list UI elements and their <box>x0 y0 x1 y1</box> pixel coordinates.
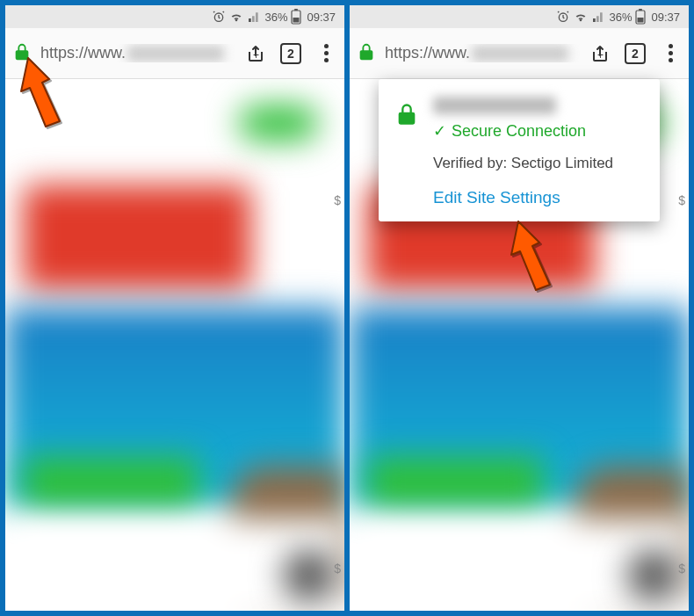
battery-icon <box>635 9 646 25</box>
battery-percent: 36% <box>264 11 287 24</box>
battery-percent: 36% <box>609 11 632 24</box>
url-bar[interactable]: https://www. + 2 <box>350 28 689 79</box>
signal-icon <box>591 10 605 24</box>
status-bar: 36% 09:37 <box>350 5 689 28</box>
toolbar-actions: + 2 <box>589 42 682 65</box>
lock-icon[interactable] <box>357 41 376 66</box>
alarm-icon <box>556 10 570 24</box>
svg-rect-7 <box>639 9 642 11</box>
url-redacted <box>127 46 224 62</box>
decorative-dollar: $ <box>334 193 341 207</box>
alarm-icon <box>212 10 226 24</box>
clock: 09:37 <box>651 11 680 24</box>
check-icon: ✓ <box>433 121 446 141</box>
svg-rect-8 <box>638 18 644 23</box>
comparison-container: 36% 09:37 https://www. + 2 <box>5 5 689 611</box>
secure-connection-line: ✓ Secure Connection <box>433 121 586 141</box>
signal-icon <box>247 10 261 24</box>
more-icon[interactable] <box>659 42 682 65</box>
tabs-icon[interactable]: 2 <box>624 42 647 65</box>
status-icons: 36% 09:37 <box>212 9 336 25</box>
site-info-popup: ✓ Secure Connection Verified by: Sectigo… <box>379 79 660 221</box>
svg-text:+: + <box>253 49 259 62</box>
edit-site-settings-link[interactable]: Edit Site Settings <box>433 188 644 207</box>
phone-right: 36% 09:37 https://www. + 2 <box>350 5 689 611</box>
svg-text:+: + <box>597 49 604 62</box>
verified-by: Verified by: Sectigo Limited <box>433 155 644 172</box>
svg-rect-3 <box>293 18 300 23</box>
tab-count: 2 <box>287 47 294 61</box>
annotation-arrow <box>11 53 72 132</box>
url-prefix: https://www. <box>385 44 470 62</box>
more-icon[interactable] <box>314 42 337 65</box>
decorative-dollar: $ <box>678 193 685 207</box>
wifi-icon <box>574 10 588 24</box>
url-text[interactable]: https://www. <box>385 44 580 62</box>
phone-left: 36% 09:37 https://www. + 2 <box>5 5 344 611</box>
lock-icon <box>394 100 419 132</box>
tab-count: 2 <box>632 47 639 61</box>
battery-icon <box>291 9 301 25</box>
tabs-icon[interactable]: 2 <box>279 42 302 65</box>
site-name-redacted <box>433 97 556 114</box>
secure-label: Secure Connection <box>452 122 586 141</box>
share-icon[interactable]: + <box>589 42 611 65</box>
toolbar-actions: + 2 <box>244 42 337 65</box>
status-icons: 36% 09:37 <box>556 9 680 25</box>
decorative-dollar: $ <box>678 562 685 576</box>
page-content-blurred: $ $ <box>5 79 344 611</box>
wifi-icon <box>229 10 243 24</box>
decorative-dollar: $ <box>334 562 341 576</box>
annotation-arrow <box>501 216 562 295</box>
url-redacted <box>472 46 568 62</box>
status-bar: 36% 09:37 <box>5 5 344 28</box>
clock: 09:37 <box>307 11 336 24</box>
share-icon[interactable]: + <box>244 42 267 65</box>
svg-rect-2 <box>294 9 298 11</box>
